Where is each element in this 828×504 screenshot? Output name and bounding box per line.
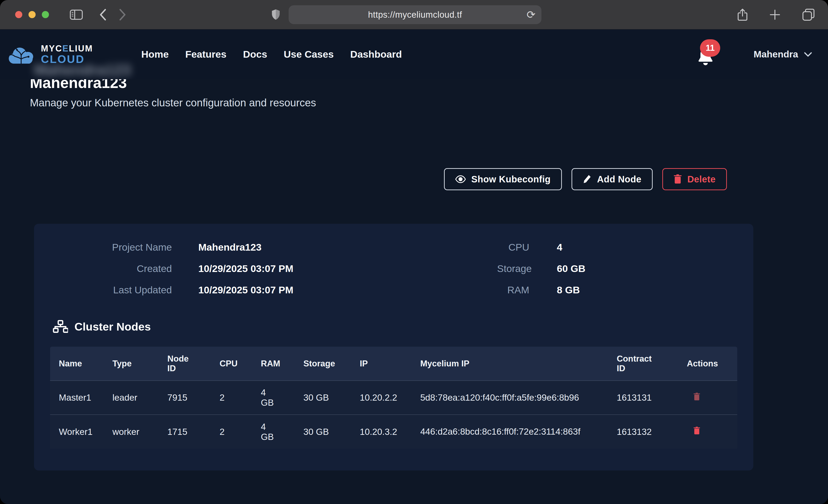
col-type: Type [108, 347, 163, 381]
delete-node-button[interactable] [693, 427, 700, 435]
node-name: Worker1 [50, 415, 108, 449]
trash-icon [673, 174, 682, 184]
trash-icon [693, 427, 700, 435]
detail-label: Last Updated [34, 284, 172, 296]
cluster-nodes-table: Name Type Node ID CPU RAM Storage IP Myc… [50, 347, 737, 449]
detail-label: RAM [497, 284, 529, 296]
col-storage: Storage [299, 347, 355, 381]
node-name: Master1 [50, 381, 108, 415]
browser-toolbar: https://myceliumcloud.tf ⟳ [0, 0, 828, 30]
back-icon[interactable] [99, 9, 107, 21]
sidebar-toggle-icon[interactable] [70, 9, 83, 20]
detail-label: Storage [497, 263, 529, 274]
node-type: leader [108, 381, 163, 415]
detail-label: CPU [497, 242, 529, 253]
zoom-window-button[interactable] [42, 11, 49, 18]
brand-wordmark: MYCELIUM CLOUD [41, 44, 93, 65]
cluster-actions: Show Kubeconfig Add Node Delete [0, 168, 727, 190]
nav-link-docs[interactable]: Docs [243, 49, 267, 60]
address-bar[interactable]: https://myceliumcloud.tf ⟳ [289, 5, 541, 24]
node-storage: 30 GB [299, 415, 355, 449]
new-tab-icon[interactable] [770, 9, 780, 20]
show-kubeconfig-button[interactable]: Show Kubeconfig [444, 168, 562, 190]
user-menu[interactable]: Mahendra [753, 49, 812, 60]
node-storage: 30 GB [299, 381, 355, 415]
detail-label: Created [34, 263, 172, 274]
nav-link-features[interactable]: Features [185, 49, 226, 60]
user-name: Mahendra [753, 49, 798, 60]
node-mycelium-ip: 446:d2a6:8bcd:8c16:ff0f:72e2:3114:863f [416, 415, 612, 449]
detail-value: 8 GB [529, 284, 753, 296]
node-mycelium-ip: 5d8:78ea:a120:f40c:ff0f:a5fe:99e6:8b96 [416, 381, 612, 415]
cluster-details: Project Name Mahendra123 CPU 4 Created 1… [34, 224, 753, 296]
nav-links: Home Features Docs Use Cases Dashboard [141, 49, 402, 60]
brand-e-accent: E [62, 44, 69, 53]
delete-node-button[interactable] [693, 392, 700, 401]
delete-cluster-button[interactable]: Delete [662, 168, 727, 190]
col-node-id: Node ID [163, 347, 215, 381]
brand-logo[interactable]: MYCELIUM CLOUD [7, 43, 93, 66]
browser-window: https://myceliumcloud.tf ⟳ [0, 0, 828, 504]
nav-link-dashboard[interactable]: Dashboard [350, 49, 402, 60]
share-icon[interactable] [738, 8, 748, 21]
node-ip: 10.20.3.2 [355, 415, 416, 449]
col-name: Name [50, 347, 108, 381]
network-nodes-icon [53, 320, 68, 334]
detail-value: 10/29/2025 03:07 PM [172, 284, 497, 296]
nav-link-use-cases[interactable]: Use Cases [284, 49, 334, 60]
tab-overview-icon[interactable] [802, 8, 815, 21]
node-ram: 4 GB [256, 381, 299, 415]
table-row: Master1 leader 7915 2 4 GB 30 GB 10.20.2… [50, 381, 737, 415]
url-text: https://myceliumcloud.tf [368, 10, 462, 20]
node-cpu: 2 [215, 415, 256, 449]
traffic-lights [15, 11, 49, 18]
node-actions [682, 415, 737, 449]
add-node-button[interactable]: Add Node [572, 168, 653, 190]
nav-link-home[interactable]: Home [141, 49, 169, 60]
node-id: 7915 [163, 381, 215, 415]
table-row: Worker1 worker 1715 2 4 GB 30 GB 10.20.3… [50, 415, 737, 449]
node-contract-id: 1613132 [612, 415, 682, 449]
trash-icon [693, 392, 700, 401]
node-id: 1715 [163, 415, 215, 449]
minimize-window-button[interactable] [29, 11, 36, 18]
cloud-logo-icon [7, 43, 37, 66]
pencil-icon [583, 175, 591, 184]
privacy-shield-icon[interactable] [271, 9, 280, 21]
node-ram: 4 GB [256, 415, 299, 449]
detail-value: 60 GB [529, 263, 753, 274]
notification-count-badge: 11 [700, 39, 720, 57]
page-subtitle: Manage your Kubernetes cluster configura… [30, 96, 828, 109]
eye-icon [455, 175, 466, 183]
node-contract-id: 1613131 [612, 381, 682, 415]
col-ram: RAM [256, 347, 299, 381]
cluster-nodes-header: Cluster Nodes [53, 320, 753, 334]
col-mycelium-ip: Mycelium IP [416, 347, 612, 381]
node-type: worker [108, 415, 163, 449]
detail-value: Mahendra123 [172, 242, 497, 253]
detail-value: 4 [529, 242, 753, 253]
node-actions [682, 381, 737, 415]
notifications-button[interactable]: 11 [697, 43, 716, 65]
page-body: Mahendra123 MYCELIUM CLOUD Home [0, 30, 828, 504]
col-contract-id: Contract ID [612, 347, 682, 381]
cluster-info-card: Project Name Mahendra123 CPU 4 Created 1… [34, 224, 753, 470]
top-navigation: Mahendra123 MYCELIUM CLOUD Home [0, 30, 828, 79]
col-ip: IP [355, 347, 416, 381]
forward-icon[interactable] [119, 9, 126, 21]
col-cpu: CPU [215, 347, 256, 381]
col-actions: Actions [682, 347, 737, 381]
table-header-row: Name Type Node ID CPU RAM Storage IP Myc… [50, 347, 737, 381]
detail-value: 10/29/2025 03:07 PM [172, 263, 497, 274]
node-ip: 10.20.2.2 [355, 381, 416, 415]
node-cpu: 2 [215, 381, 256, 415]
chevron-down-icon [804, 52, 812, 57]
reload-icon[interactable]: ⟳ [527, 9, 535, 20]
detail-label: Project Name [34, 242, 172, 253]
close-window-button[interactable] [15, 11, 22, 18]
cluster-nodes-title: Cluster Nodes [75, 320, 151, 333]
